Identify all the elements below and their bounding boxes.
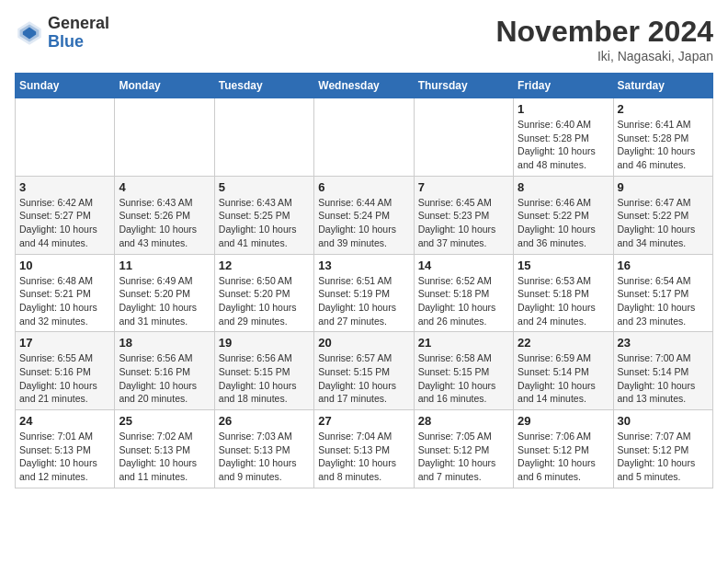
- month-title: November 2024: [495, 15, 713, 49]
- calendar-week-row: 3Sunrise: 6:42 AM Sunset: 5:27 PM Daylig…: [16, 176, 713, 254]
- day-info: Sunrise: 7:07 AM Sunset: 5:12 PM Dayligh…: [618, 430, 709, 484]
- calendar-day-cell: 23Sunrise: 7:00 AM Sunset: 5:14 PM Dayli…: [613, 332, 712, 410]
- calendar-day-cell: 16Sunrise: 6:54 AM Sunset: 5:17 PM Dayli…: [613, 254, 712, 332]
- logo-text: General Blue: [48, 15, 109, 52]
- calendar-day-cell: 18Sunrise: 6:56 AM Sunset: 5:16 PM Dayli…: [115, 332, 214, 410]
- day-info: Sunrise: 6:52 AM Sunset: 5:18 PM Dayligh…: [418, 274, 509, 328]
- location: Iki, Nagasaki, Japan: [495, 49, 713, 63]
- weekday-header: Sunday: [16, 74, 115, 98]
- calendar-week-row: 1Sunrise: 6:40 AM Sunset: 5:28 PM Daylig…: [16, 98, 713, 177]
- day-info: Sunrise: 6:49 AM Sunset: 5:20 PM Dayligh…: [119, 274, 210, 328]
- calendar-day-cell: 5Sunrise: 6:43 AM Sunset: 5:25 PM Daylig…: [214, 176, 313, 254]
- calendar-day-cell: 9Sunrise: 6:47 AM Sunset: 5:22 PM Daylig…: [613, 176, 712, 254]
- calendar-day-cell: 20Sunrise: 6:57 AM Sunset: 5:15 PM Dayli…: [314, 332, 414, 410]
- day-number: 21: [418, 336, 509, 350]
- logo-blue: Blue: [48, 32, 84, 51]
- day-info: Sunrise: 6:40 AM Sunset: 5:28 PM Dayligh…: [518, 118, 609, 172]
- weekday-header: Friday: [514, 74, 613, 98]
- calendar-day-cell: 3Sunrise: 6:42 AM Sunset: 5:27 PM Daylig…: [16, 176, 115, 254]
- day-number: 12: [219, 259, 310, 272]
- day-info: Sunrise: 6:43 AM Sunset: 5:26 PM Dayligh…: [119, 196, 210, 250]
- calendar-day-cell: 30Sunrise: 7:07 AM Sunset: 5:12 PM Dayli…: [613, 410, 712, 488]
- day-info: Sunrise: 7:00 AM Sunset: 5:14 PM Dayligh…: [618, 351, 709, 406]
- day-info: Sunrise: 6:55 AM Sunset: 5:16 PM Dayligh…: [19, 351, 110, 406]
- day-info: Sunrise: 6:48 AM Sunset: 5:21 PM Dayligh…: [19, 274, 110, 328]
- day-number: 2: [618, 102, 709, 116]
- logo: General Blue: [15, 15, 109, 52]
- calendar-day-cell: 22Sunrise: 6:59 AM Sunset: 5:14 PM Dayli…: [514, 332, 613, 410]
- calendar-day-cell: 12Sunrise: 6:50 AM Sunset: 5:20 PM Dayli…: [214, 254, 313, 332]
- day-info: Sunrise: 6:53 AM Sunset: 5:18 PM Dayligh…: [518, 274, 609, 328]
- day-info: Sunrise: 6:58 AM Sunset: 5:15 PM Dayligh…: [418, 351, 509, 406]
- calendar-day-cell: 2Sunrise: 6:41 AM Sunset: 5:28 PM Daylig…: [613, 98, 712, 177]
- calendar-day-cell: 21Sunrise: 6:58 AM Sunset: 5:15 PM Dayli…: [414, 332, 513, 410]
- day-number: 19: [219, 336, 310, 350]
- calendar-day-cell: 17Sunrise: 6:55 AM Sunset: 5:16 PM Dayli…: [16, 332, 115, 410]
- calendar-day-cell: 1Sunrise: 6:40 AM Sunset: 5:28 PM Daylig…: [514, 98, 613, 177]
- calendar-day-cell: [414, 98, 513, 177]
- calendar-week-row: 17Sunrise: 6:55 AM Sunset: 5:16 PM Dayli…: [16, 332, 713, 410]
- day-info: Sunrise: 7:04 AM Sunset: 5:13 PM Dayligh…: [318, 430, 409, 484]
- day-number: 7: [418, 180, 509, 194]
- weekday-header: Tuesday: [214, 74, 313, 98]
- day-number: 8: [518, 180, 609, 194]
- calendar-day-cell: 13Sunrise: 6:51 AM Sunset: 5:19 PM Dayli…: [314, 254, 414, 332]
- day-info: Sunrise: 6:44 AM Sunset: 5:24 PM Dayligh…: [318, 196, 409, 250]
- weekday-header: Wednesday: [314, 74, 414, 98]
- day-number: 17: [19, 336, 110, 350]
- day-info: Sunrise: 6:42 AM Sunset: 5:27 PM Dayligh…: [19, 196, 110, 250]
- day-number: 14: [418, 259, 509, 272]
- day-number: 13: [318, 259, 409, 272]
- day-number: 27: [318, 414, 409, 428]
- calendar-day-cell: [214, 98, 313, 177]
- calendar-day-cell: [314, 98, 414, 177]
- day-number: 10: [19, 259, 110, 272]
- weekday-header: Saturday: [613, 74, 712, 98]
- calendar-day-cell: 7Sunrise: 6:45 AM Sunset: 5:23 PM Daylig…: [414, 176, 513, 254]
- calendar-week-row: 24Sunrise: 7:01 AM Sunset: 5:13 PM Dayli…: [16, 410, 713, 488]
- day-info: Sunrise: 6:50 AM Sunset: 5:20 PM Dayligh…: [219, 274, 310, 328]
- day-info: Sunrise: 7:05 AM Sunset: 5:12 PM Dayligh…: [418, 430, 509, 484]
- day-info: Sunrise: 6:47 AM Sunset: 5:22 PM Dayligh…: [618, 196, 709, 250]
- calendar-day-cell: 28Sunrise: 7:05 AM Sunset: 5:12 PM Dayli…: [414, 410, 513, 488]
- calendar-day-cell: 26Sunrise: 7:03 AM Sunset: 5:13 PM Dayli…: [214, 410, 313, 488]
- day-number: 28: [418, 414, 509, 428]
- day-number: 30: [618, 414, 709, 428]
- calendar-day-cell: 25Sunrise: 7:02 AM Sunset: 5:13 PM Dayli…: [115, 410, 214, 488]
- calendar-day-cell: [115, 98, 214, 177]
- calendar-day-cell: 14Sunrise: 6:52 AM Sunset: 5:18 PM Dayli…: [414, 254, 513, 332]
- calendar-day-cell: 27Sunrise: 7:04 AM Sunset: 5:13 PM Dayli…: [314, 410, 414, 488]
- calendar-day-cell: [16, 98, 115, 177]
- day-info: Sunrise: 7:01 AM Sunset: 5:13 PM Dayligh…: [19, 430, 110, 484]
- day-info: Sunrise: 7:02 AM Sunset: 5:13 PM Dayligh…: [119, 430, 210, 484]
- day-number: 11: [119, 259, 210, 272]
- day-info: Sunrise: 6:51 AM Sunset: 5:19 PM Dayligh…: [318, 274, 409, 328]
- weekday-header-row: SundayMondayTuesdayWednesdayThursdayFrid…: [16, 74, 713, 98]
- day-info: Sunrise: 6:56 AM Sunset: 5:15 PM Dayligh…: [219, 351, 310, 406]
- day-number: 4: [119, 180, 210, 194]
- day-number: 6: [318, 180, 409, 194]
- logo-general: General: [48, 14, 109, 32]
- day-number: 20: [318, 336, 409, 350]
- day-number: 29: [518, 414, 609, 428]
- logo-icon: [15, 18, 44, 48]
- day-number: 16: [618, 259, 709, 272]
- calendar-week-row: 10Sunrise: 6:48 AM Sunset: 5:21 PM Dayli…: [16, 254, 713, 332]
- calendar-day-cell: 19Sunrise: 6:56 AM Sunset: 5:15 PM Dayli…: [214, 332, 313, 410]
- weekday-header: Thursday: [414, 74, 513, 98]
- calendar-day-cell: 10Sunrise: 6:48 AM Sunset: 5:21 PM Dayli…: [16, 254, 115, 332]
- day-info: Sunrise: 6:45 AM Sunset: 5:23 PM Dayligh…: [418, 196, 509, 250]
- day-number: 26: [219, 414, 310, 428]
- calendar-day-cell: 6Sunrise: 6:44 AM Sunset: 5:24 PM Daylig…: [314, 176, 414, 254]
- calendar-day-cell: 8Sunrise: 6:46 AM Sunset: 5:22 PM Daylig…: [514, 176, 613, 254]
- page-header: General Blue November 2024 Iki, Nagasaki…: [15, 15, 713, 63]
- calendar-day-cell: 4Sunrise: 6:43 AM Sunset: 5:26 PM Daylig…: [115, 176, 214, 254]
- calendar-table: SundayMondayTuesdayWednesdayThursdayFrid…: [15, 73, 713, 488]
- day-info: Sunrise: 7:06 AM Sunset: 5:12 PM Dayligh…: [518, 430, 609, 484]
- day-info: Sunrise: 6:41 AM Sunset: 5:28 PM Dayligh…: [618, 118, 709, 172]
- day-number: 15: [518, 259, 609, 272]
- calendar-day-cell: 29Sunrise: 7:06 AM Sunset: 5:12 PM Dayli…: [514, 410, 613, 488]
- day-number: 9: [618, 180, 709, 194]
- day-number: 24: [19, 414, 110, 428]
- day-number: 18: [119, 336, 210, 350]
